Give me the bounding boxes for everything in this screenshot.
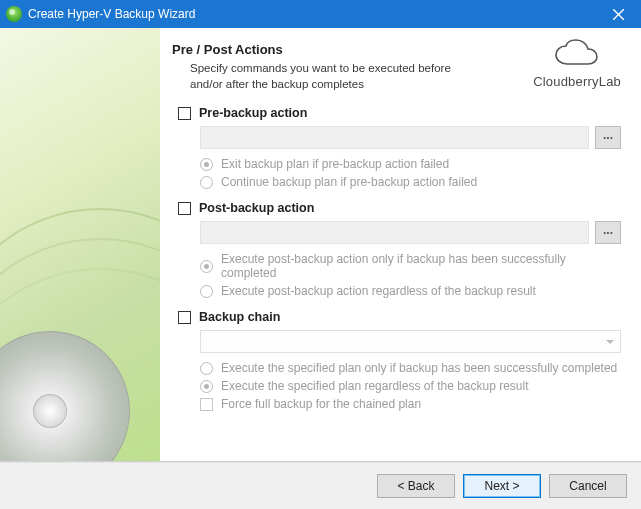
radio-icon (200, 158, 213, 171)
post-radio-success-label: Execute post-backup action only if backu… (221, 252, 621, 280)
pre-backup-command-input[interactable] (200, 126, 589, 149)
backup-chain-checkbox[interactable] (178, 311, 191, 324)
pre-backup-browse-button[interactable]: ... (595, 126, 621, 149)
post-radio-success-row[interactable]: Execute post-backup action only if backu… (200, 252, 621, 280)
side-art (0, 28, 160, 461)
cancel-button[interactable]: Cancel (549, 474, 627, 498)
page-title: Pre / Post Actions (172, 42, 533, 57)
radio-icon (200, 176, 213, 189)
wizard-footer: < Back Next > Cancel (0, 462, 641, 509)
main-pane: Pre / Post Actions Specify commands you … (160, 28, 641, 461)
post-radio-regardless-label: Execute post-backup action regardless of… (221, 284, 536, 298)
chain-radio-success-row[interactable]: Execute the specified plan only if backu… (200, 361, 621, 375)
post-backup-browse-button[interactable]: ... (595, 221, 621, 244)
chain-radio-regardless-label: Execute the specified plan regardless of… (221, 379, 529, 393)
brand-name: CloudberryLab (533, 74, 621, 89)
pre-radio-exit-row[interactable]: Exit backup plan if pre-backup action fa… (200, 157, 621, 171)
radio-icon (200, 260, 213, 273)
cloud-icon (551, 38, 603, 72)
chain-force-full-row[interactable]: Force full backup for the chained plan (200, 397, 621, 411)
pre-backup-section: Pre-backup action ... Exit backup plan i… (172, 106, 621, 193)
close-button[interactable] (596, 0, 641, 28)
pre-backup-heading: Pre-backup action (199, 106, 307, 120)
chevron-down-icon (606, 340, 614, 344)
back-button[interactable]: < Back (377, 474, 455, 498)
pre-radio-exit-label: Exit backup plan if pre-backup action fa… (221, 157, 449, 171)
titlebar: Create Hyper-V Backup Wizard (0, 0, 641, 28)
app-icon (6, 6, 22, 22)
backup-chain-section: Backup chain Execute the specified plan … (172, 310, 621, 415)
chain-force-full-label: Force full backup for the chained plan (221, 397, 421, 411)
radio-icon (200, 285, 213, 298)
close-icon (613, 9, 624, 20)
post-backup-section: Post-backup action ... Execute post-back… (172, 201, 621, 302)
page-subtitle: Specify commands you want to be executed… (190, 61, 460, 92)
backup-chain-heading: Backup chain (199, 310, 280, 324)
next-button[interactable]: Next > (463, 474, 541, 498)
post-radio-regardless-row[interactable]: Execute post-backup action regardless of… (200, 284, 621, 298)
post-backup-command-input[interactable] (200, 221, 589, 244)
chain-radio-regardless-row[interactable]: Execute the specified plan regardless of… (200, 379, 621, 393)
radio-icon (200, 362, 213, 375)
window-title: Create Hyper-V Backup Wizard (28, 7, 195, 21)
pre-backup-checkbox[interactable] (178, 107, 191, 120)
pre-radio-continue-row[interactable]: Continue backup plan if pre-backup actio… (200, 175, 621, 189)
radio-icon (200, 380, 213, 393)
backup-chain-plan-combo[interactable] (200, 330, 621, 353)
post-backup-checkbox[interactable] (178, 202, 191, 215)
pre-radio-continue-label: Continue backup plan if pre-backup actio… (221, 175, 477, 189)
checkbox-icon (200, 398, 213, 411)
brand-logo: CloudberryLab (533, 38, 621, 106)
chain-radio-success-label: Execute the specified plan only if backu… (221, 361, 617, 375)
post-backup-heading: Post-backup action (199, 201, 314, 215)
